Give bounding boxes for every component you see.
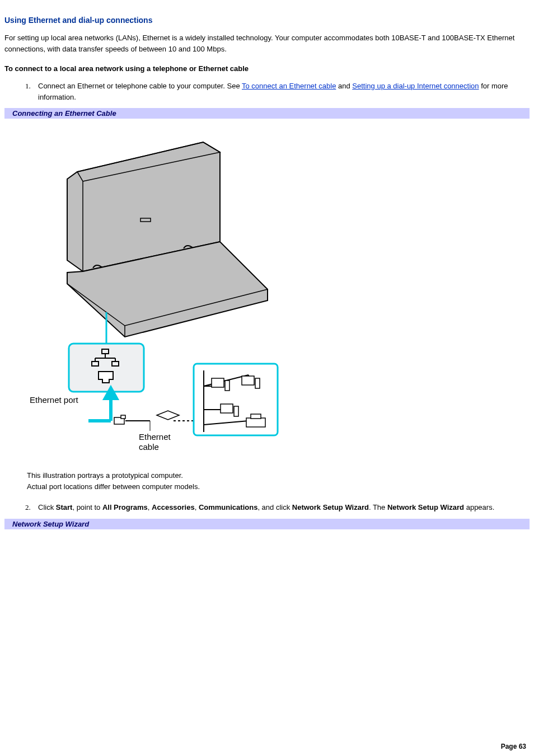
procedure-heading: To connect to a local area network using… <box>4 64 530 73</box>
s2-t6: . The <box>369 503 387 511</box>
svg-rect-23 <box>255 378 260 388</box>
label-ethernet-port: Ethernet port <box>30 395 79 405</box>
s2-b2: All Programs <box>102 503 148 511</box>
s2-b5: Network Setup Wizard <box>292 503 369 511</box>
link-connect-ethernet[interactable]: To connect an Ethernet cable <box>242 82 336 90</box>
s2-b6: Network Setup Wizard <box>387 503 464 511</box>
svg-rect-21 <box>225 381 229 391</box>
switch-icon <box>157 411 179 420</box>
label-ethernet-cable-1: Ethernet <box>139 432 171 442</box>
label-ethernet-cable-2: cable <box>139 442 159 452</box>
section-heading: Using Ethernet and dial-up connections <box>4 16 530 25</box>
s2-t4: , <box>195 503 199 511</box>
step-1-text-mid: and <box>336 82 352 90</box>
link-dialup-setup[interactable]: Setting up a dial-up Internet connection <box>352 82 479 90</box>
ill-note-line1: This illustration portrays a prototypica… <box>27 471 183 480</box>
s2-b3: Accessories <box>152 503 195 511</box>
s2-t7: appears. <box>464 503 494 511</box>
s2-b4: Communications <box>199 503 257 511</box>
svg-rect-27 <box>251 414 261 419</box>
svg-rect-26 <box>246 418 265 427</box>
ethernet-cable-arrow <box>88 388 116 421</box>
figure-caption-ethernet: Connecting an Ethernet Cable <box>4 108 530 119</box>
svg-rect-12 <box>121 415 125 419</box>
s2-b1: Start <box>56 503 73 511</box>
illustration-note: This illustration portrays a prototypica… <box>27 470 530 492</box>
laptop-diagram-svg: Ethernet port Ethernet cable <box>27 130 284 454</box>
s2-t3: , <box>148 503 152 511</box>
page-number: Page 63 <box>501 740 531 753</box>
ethernet-plug-icon <box>114 415 125 424</box>
svg-rect-22 <box>242 376 254 385</box>
s2-t1: Click <box>38 503 56 511</box>
s2-t2: , point to <box>72 503 102 511</box>
s2-t5: , and click <box>257 503 292 511</box>
step-1: Connect an Ethernet or telephone cable t… <box>32 81 530 102</box>
svg-rect-25 <box>234 406 238 416</box>
svg-rect-20 <box>212 378 224 387</box>
ethernet-port-inset <box>69 344 144 392</box>
intro-paragraph: For setting up local area networks (LANs… <box>4 32 530 54</box>
svg-rect-24 <box>221 404 233 413</box>
step-2: Click Start, point to All Programs, Acce… <box>32 502 530 513</box>
ill-note-line2: Actual port locations differ between com… <box>27 482 200 491</box>
svg-rect-0 <box>140 218 151 222</box>
ethernet-illustration: Ethernet port Ethernet cable <box>4 119 530 460</box>
step-1-text-pre: Connect an Ethernet or telephone cable t… <box>38 82 242 90</box>
figure-caption-wizard: Network Setup Wizard <box>4 519 530 529</box>
